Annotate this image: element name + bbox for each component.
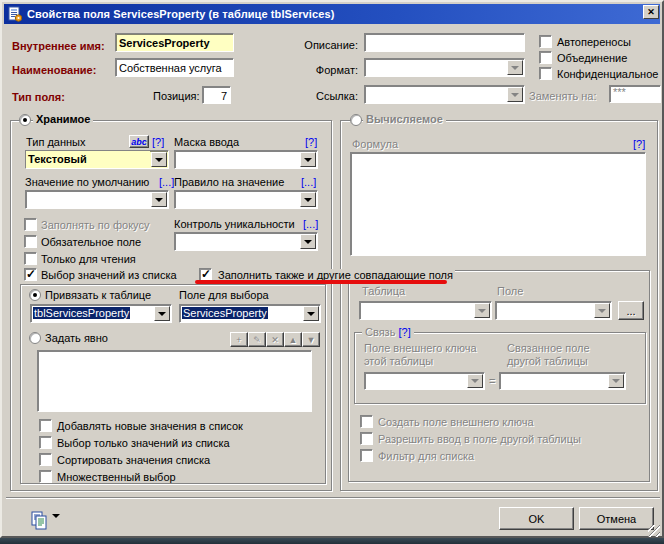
relation-group-title: Связь [?]: [362, 326, 414, 338]
read-only-checkbox[interactable]: [24, 252, 37, 265]
union-checkbox[interactable]: [539, 51, 552, 64]
add-new-values-label: Добавлять новые значения в список: [57, 420, 243, 432]
formula-label: Формула: [352, 138, 398, 150]
only-list-values-checkbox[interactable]: [39, 436, 52, 449]
sort-list-label: Сортировать значения списка: [57, 454, 210, 466]
read-only-label: Только для чтения: [41, 253, 136, 265]
copy-menu-arrow-icon[interactable]: [52, 514, 60, 518]
close-button[interactable]: ✕: [643, 5, 659, 19]
confidential-checkbox[interactable]: [539, 67, 552, 80]
ok-button[interactable]: OK: [499, 507, 574, 530]
dropdown-arrow-icon[interactable]: [154, 306, 170, 321]
formula-help-link[interactable]: [?]: [633, 138, 645, 150]
input-mask-help-link[interactable]: [?]: [305, 136, 317, 148]
description-label: Описание:: [298, 39, 358, 51]
field-properties-dialog: Свойства поля ServicesProperty (в таблиц…: [0, 0, 664, 538]
title-bar[interactable]: Свойства поля ServicesProperty (в таблиц…: [4, 4, 660, 24]
related-field-dropdown: [499, 372, 626, 390]
explicit-values-label: Задать явно: [45, 332, 108, 344]
delete-icon: ✕: [271, 335, 279, 345]
computed-radio[interactable]: [350, 114, 362, 126]
dropdown-arrow-icon[interactable]: [300, 234, 316, 249]
uniqueness-label: Контроль уникальности: [174, 218, 295, 230]
choice-field-dropdown[interactable]: ServicesProperty: [179, 304, 321, 323]
fk-field-label-line1: Поле внешнего ключа: [364, 342, 477, 354]
desktop-background: [0, 538, 664, 544]
dropdown-arrow-icon[interactable]: [151, 192, 167, 207]
link-dropdown[interactable]: [364, 85, 525, 104]
fk-field-label-line2: этой таблицы: [364, 355, 433, 367]
add-new-values-checkbox[interactable]: [39, 419, 52, 432]
value-rule-more-link[interactable]: [...]: [301, 176, 316, 188]
red-underline-annotation: [195, 280, 447, 284]
field-label: Поле: [497, 285, 523, 297]
add-value-button[interactable]: +: [230, 332, 248, 347]
delete-value-button[interactable]: ✕: [266, 332, 284, 347]
value-rule-label: Правило на значение: [174, 176, 284, 188]
explicit-values-listbox[interactable]: [37, 350, 312, 412]
resize-grip[interactable]: [648, 525, 660, 537]
dropdown-arrow-icon[interactable]: [300, 192, 316, 207]
table-label: Таблица: [360, 285, 407, 297]
move-up-icon: ▲: [289, 335, 298, 345]
wordwrap-checkbox[interactable]: [539, 35, 552, 48]
format-dropdown[interactable]: [364, 58, 525, 77]
dropdown-arrow-icon[interactable]: [303, 306, 319, 321]
formula-textarea: [350, 152, 646, 256]
input-mask-dropdown[interactable]: [174, 150, 318, 169]
position-input[interactable]: 7: [202, 86, 231, 104]
move-down-icon: ▼: [307, 335, 316, 345]
bind-table-label: Привязать к таблице: [45, 289, 151, 301]
multi-select-checkbox[interactable]: [39, 470, 52, 483]
cancel-button[interactable]: Отмена: [579, 507, 654, 530]
allow-input-other-table-checkbox: [360, 432, 373, 445]
uniqueness-dropdown[interactable]: [174, 232, 318, 251]
dropdown-arrow-icon[interactable]: [151, 152, 167, 167]
equals-sign: =: [489, 375, 495, 387]
only-list-values-label: Выбор только значений из списка: [57, 437, 230, 449]
wordwrap-label: Автопереносы: [557, 36, 631, 48]
description-input[interactable]: [364, 33, 525, 52]
edit-value-button[interactable]: ✎: [248, 332, 266, 347]
uniqueness-more-link[interactable]: [...]: [303, 218, 318, 230]
relation-help-link[interactable]: [?]: [398, 326, 410, 338]
fk-field-dropdown: [364, 372, 485, 390]
copy-icon: [29, 510, 49, 530]
replace-with-input: ***: [609, 85, 661, 103]
data-type-label: Тип данных: [26, 136, 86, 148]
caption-label: Наименование:: [12, 64, 96, 76]
field-type-label: Тип поля:: [12, 91, 65, 103]
dropdown-arrow-icon[interactable]: [507, 87, 523, 102]
replace-with-label: Заменять на:: [529, 90, 597, 102]
default-value-more-link[interactable]: [...]: [159, 176, 174, 188]
union-label: Объединение: [557, 52, 627, 64]
data-type-help-link[interactable]: [?]: [152, 136, 164, 148]
dropdown-arrow-icon: [594, 303, 610, 318]
data-type-dropdown[interactable]: Текстовый: [25, 150, 169, 169]
list-select-label: Выбор значений из списка: [41, 269, 177, 281]
dropdown-arrow-icon: [467, 374, 483, 388]
required-checkbox[interactable]: [24, 235, 37, 248]
abc-format-button[interactable]: abc: [129, 135, 149, 148]
default-value-dropdown[interactable]: [25, 190, 169, 209]
stored-group-title: Хранимое: [33, 113, 93, 125]
sort-list-checkbox[interactable]: [39, 453, 52, 466]
move-down-button[interactable]: ▼: [302, 332, 320, 347]
bind-table-dropdown[interactable]: tblServicesProperty: [30, 304, 172, 323]
caption-input[interactable]: Собственная услуга: [115, 58, 234, 77]
multi-select-label: Множественный выбор: [57, 471, 176, 483]
value-rule-dropdown[interactable]: [174, 190, 318, 209]
internal-name-input[interactable]: ServicesProperty: [115, 33, 234, 52]
window-title: Свойства поля ServicesProperty (в таблиц…: [27, 8, 334, 20]
dropdown-arrow-icon[interactable]: [300, 152, 316, 167]
field-properties-icon: [7, 6, 23, 22]
list-select-checkbox[interactable]: [24, 268, 37, 281]
dropdown-arrow-icon[interactable]: [507, 60, 523, 75]
bind-table-radio[interactable]: [29, 289, 41, 301]
move-up-button[interactable]: ▲: [284, 332, 302, 347]
explicit-values-radio[interactable]: [29, 332, 41, 344]
stored-radio[interactable]: [19, 114, 31, 126]
copy-properties-button[interactable]: [29, 510, 49, 532]
field-dropdown: [495, 301, 612, 320]
fill-on-focus-label: Заполнять по фокусу: [41, 219, 149, 231]
